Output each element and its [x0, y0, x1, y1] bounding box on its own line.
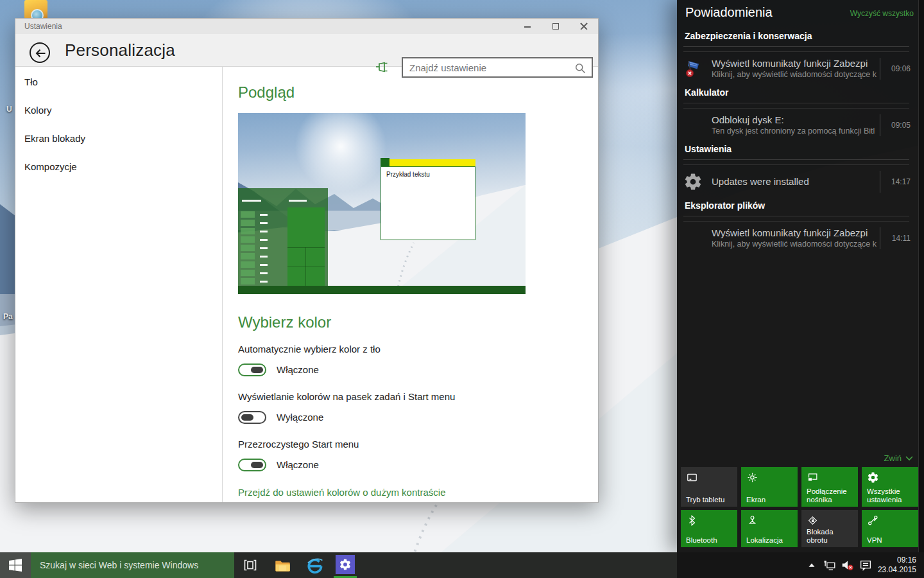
- minimize-button[interactable]: [513, 19, 542, 34]
- toggle-state-transparent-start: Włączone: [277, 459, 319, 470]
- preview-start-tiles: [287, 207, 325, 286]
- preview-sample-accent-square: [381, 158, 389, 167]
- chevron-up-icon: [808, 562, 816, 568]
- desktop-icon-label-partial: Pa: [3, 312, 13, 321]
- file-explorer-button[interactable]: [270, 552, 295, 578]
- window-title: Ustawienia: [24, 22, 62, 31]
- close-icon: [580, 22, 588, 30]
- settings-app-button[interactable]: [332, 552, 358, 578]
- quick-action-rotation-lock[interactable]: Blokada obrotu: [801, 510, 858, 547]
- task-view-icon: [243, 557, 258, 573]
- notification-title: Wyświetl komunikaty funkcji Zabezpi: [712, 57, 880, 69]
- preview-sample-window: Przykład tekstu: [381, 158, 475, 240]
- toggle-label-transparent-start: Przezroczystego Start menu: [238, 439, 359, 450]
- tablet-mode-icon: [686, 471, 698, 484]
- quick-actions-grid: Tryb tabletu Ekran Podłączenie nośnika W…: [681, 467, 918, 547]
- clock-time: 09:16: [878, 556, 916, 565]
- notification-group: Eksplorator plików Wyświetl komunikaty f…: [677, 198, 918, 254]
- toggle-knob: [251, 367, 263, 373]
- toggle-state-show-color: Wyłączone: [277, 412, 323, 423]
- vpn-icon: [867, 514, 879, 527]
- internet-explorer-button[interactable]: [302, 552, 327, 578]
- settings-window: Ustawienia Personalizacja Tło Kolory Ekr…: [15, 18, 599, 503]
- maximize-button[interactable]: [542, 19, 570, 34]
- back-button[interactable]: [30, 42, 50, 63]
- collapse-quick-actions[interactable]: Zwiń: [884, 453, 914, 463]
- notification-time: 09:06: [880, 58, 911, 80]
- notification-item[interactable]: Updates were installed 14:17: [683, 166, 911, 197]
- notification-app-name: Ustawienia: [685, 144, 732, 154]
- toggle-transparent-start[interactable]: [238, 459, 266, 471]
- desktop-icon-label-partial: U: [6, 105, 12, 114]
- quick-action-vpn[interactable]: VPN: [862, 510, 918, 547]
- taskbar-clock[interactable]: 09:16 23.04.2015: [878, 556, 916, 575]
- connect-screen-icon: [807, 471, 819, 484]
- quick-action-display[interactable]: Ekran: [741, 467, 798, 507]
- sidebar-item-themes[interactable]: Kompozycje: [24, 159, 77, 175]
- pin-button[interactable]: [375, 60, 389, 74]
- bluetooth-icon: [686, 514, 698, 527]
- preview-sample-text: Przykład tekstu: [386, 171, 430, 178]
- start-button[interactable]: [0, 552, 31, 578]
- task-view-button[interactable]: [237, 552, 263, 578]
- notification-item[interactable]: Odblokuj dysk E: Ten dysk jest chroniony…: [683, 109, 911, 141]
- gear-icon: [683, 172, 703, 191]
- notification-app-name: Kalkulator: [685, 87, 728, 98]
- notification-app-name: Zabezpieczenia i konserwacja: [685, 31, 812, 41]
- high-contrast-link[interactable]: Przejdź do ustawień kolorów o dużym kont…: [238, 487, 445, 498]
- tray-action-center[interactable]: [857, 552, 874, 578]
- window-titlebar[interactable]: Ustawienia: [15, 19, 598, 34]
- location-icon: [746, 514, 758, 527]
- action-center-scrollbar[interactable]: [918, 0, 924, 552]
- toggle-show-color[interactable]: [238, 411, 266, 424]
- notification-subtitle: Kliknij, aby wyświetlić wiadomości dotyc…: [712, 239, 880, 250]
- rotation-lock-icon: [807, 514, 819, 527]
- toggle-auto-color[interactable]: [238, 363, 266, 376]
- quick-action-bluetooth[interactable]: Bluetooth: [681, 510, 737, 547]
- clear-all-link[interactable]: Wyczyść wszystko: [850, 9, 914, 18]
- gear-icon: [867, 471, 879, 484]
- action-center-title: Powiadomienia: [685, 5, 773, 20]
- preview-sample-titlebar: [389, 159, 475, 166]
- action-center-panel: Powiadomienia Wyczyść wszystko Zabezpiec…: [677, 0, 924, 552]
- preview-start-menu: [238, 188, 328, 286]
- color-preview-image: Przykład tekstu: [238, 113, 526, 294]
- taskbar-search-input[interactable]: [40, 552, 226, 578]
- page-title: Personalizacja: [65, 40, 175, 60]
- minimize-icon: [524, 26, 531, 28]
- search-icon: [574, 62, 587, 75]
- maximize-icon: [552, 23, 559, 30]
- notification-time: 14:17: [880, 171, 911, 193]
- choose-color-heading: Wybierz kolor: [238, 313, 331, 331]
- quick-action-tablet-mode[interactable]: Tryb tabletu: [681, 467, 737, 507]
- notification-group: Ustawienia Updates were installed 14:17: [677, 141, 918, 198]
- quick-action-all-settings[interactable]: Wszystkie ustawienia: [862, 467, 918, 507]
- volume-muted-icon: [841, 558, 855, 572]
- internet-explorer-icon: [306, 557, 323, 574]
- quick-action-location[interactable]: Lokalizacja: [741, 510, 798, 547]
- notification-time: 14:11: [880, 227, 911, 249]
- sidebar-item-colors[interactable]: Kolory: [24, 103, 52, 118]
- notification-title: Odblokuj dysk E:: [712, 114, 880, 126]
- notification-group: Zabezpieczenia i konserwacja Wyświetl ko…: [677, 28, 918, 85]
- settings-search-input[interactable]: [409, 58, 570, 76]
- notification-group: Kalkulator Odblokuj dysk E: Ten dysk jes…: [677, 85, 918, 141]
- notification-title: Wyświetl komunikaty funkcji Zabezpi: [712, 227, 880, 239]
- preview-heading: Podgląd: [238, 83, 295, 101]
- desktop-icon[interactable]: [24, 0, 47, 19]
- toggle-label-auto-color: Automatycznie wybierz kolor z tło: [238, 344, 381, 355]
- notification-time: 09:05: [880, 114, 911, 136]
- tray-show-hidden-icons[interactable]: [806, 552, 817, 578]
- windows-logo-icon: [9, 559, 22, 572]
- quick-action-connect-media[interactable]: Podłączenie nośnika: [801, 467, 858, 507]
- notification-item[interactable]: Wyświetl komunikaty funkcji Zabezpi Klik…: [683, 53, 911, 84]
- tray-network[interactable]: [821, 552, 838, 578]
- preview-sample-body: Przykład tekstu: [381, 166, 475, 240]
- close-button[interactable]: [570, 19, 598, 34]
- settings-search-box: [402, 57, 593, 78]
- tray-volume[interactable]: [839, 552, 856, 578]
- notification-item[interactable]: Wyświetl komunikaty funkcji Zabezpi Klik…: [683, 222, 911, 254]
- taskbar-search-box: [31, 552, 234, 578]
- sidebar-item-background[interactable]: Tło: [24, 74, 38, 90]
- sidebar-item-lockscreen[interactable]: Ekran blokady: [24, 131, 85, 146]
